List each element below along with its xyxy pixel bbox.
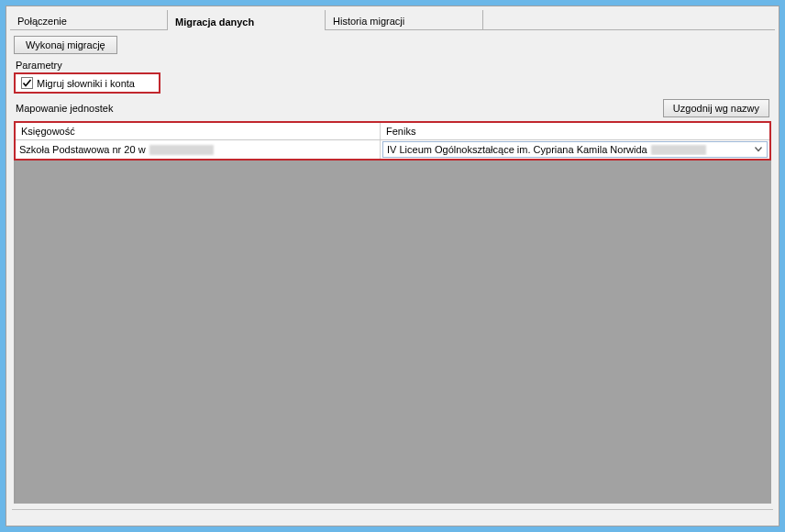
feniks-value-text: IV Liceum Ogólnokształcące im. Cypriana … <box>387 144 647 155</box>
redacted-text <box>651 145 706 155</box>
cell-accounting-text: Szkoła Podstawowa nr 20 w <box>19 144 146 155</box>
params-section-label: Parametry <box>10 58 775 72</box>
feniks-combobox[interactable]: IV Liceum Ogólnokształcące im. Cypriana … <box>382 141 768 158</box>
tab-filler <box>483 10 775 30</box>
run-migration-label: Wykonaj migrację <box>26 39 105 50</box>
tab-connection-label: Połączenie <box>17 16 67 27</box>
table-row: Szkoła Podstawowa nr 20 w IV Liceum Ogól… <box>16 140 769 159</box>
redacted-text <box>149 145 214 155</box>
migrate-dicts-label: Migruj słowniki i konta <box>37 78 135 89</box>
cell-feniks: IV Liceum Ogólnokształcące im. Cypriana … <box>381 140 769 159</box>
toolbar: Wykonaj migrację <box>10 30 775 58</box>
tab-history-label: Historia migracji <box>333 16 404 27</box>
cell-accounting[interactable]: Szkoła Podstawowa nr 20 w <box>16 140 381 159</box>
status-bar <box>12 509 773 524</box>
align-by-name-label: Uzgodnij wg nazwy <box>673 103 759 114</box>
run-migration-button[interactable]: Wykonaj migrację <box>14 36 117 54</box>
migrate-dicts-checkbox[interactable] <box>21 77 33 89</box>
params-highlight-box: Migruj słowniki i konta <box>14 72 160 94</box>
tab-history[interactable]: Historia migracji <box>326 10 483 30</box>
tab-strip: Połączenie Migracja danych Historia migr… <box>10 10 775 30</box>
tab-connection[interactable]: Połączenie <box>10 10 168 30</box>
mapping-header-row: Mapowanie jednostek Uzgodnij wg nazwy <box>10 97 775 121</box>
empty-grid-area <box>14 161 771 504</box>
tab-migration-label: Migracja danych <box>175 17 254 28</box>
checkmark-icon <box>22 78 32 88</box>
app-frame: Połączenie Migracja danych Historia migr… <box>0 0 785 532</box>
mapping-section-label: Mapowanie jednostek <box>16 103 663 114</box>
mapping-table-highlight: Księgowość Feniks Szkoła Podstawowa nr 2… <box>14 121 771 161</box>
tab-migration[interactable]: Migracja danych <box>168 10 326 30</box>
table-header: Księgowość Feniks <box>16 123 769 140</box>
feniks-combobox-value: IV Liceum Ogólnokształcące im. Cypriana … <box>387 144 752 155</box>
col-accounting-header[interactable]: Księgowość <box>16 123 381 139</box>
align-by-name-button[interactable]: Uzgodnij wg nazwy <box>663 99 769 117</box>
col-feniks-header[interactable]: Feniks <box>381 123 769 139</box>
chevron-down-icon <box>752 142 765 157</box>
window-body: Połączenie Migracja danych Historia migr… <box>6 6 779 526</box>
grid-background <box>16 161 771 504</box>
